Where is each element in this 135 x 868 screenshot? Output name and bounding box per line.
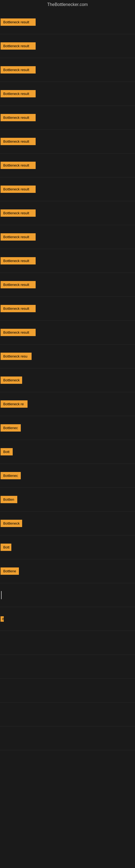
bottleneck-badge: Bottlenec <box>1 424 21 432</box>
bottleneck-badge: Bottleneck result <box>1 114 36 121</box>
bottleneck-badge: Bottleneck <box>1 520 22 527</box>
bottleneck-badge: Bott <box>1 544 11 551</box>
list-item: Bottleneck result <box>0 201 135 225</box>
bottleneck-badge: Bottleneck result <box>1 162 36 169</box>
list-item: Bottleneck re <box>0 392 135 416</box>
bottleneck-badge: Bottleneck result <box>1 209 36 217</box>
bottleneck-badge: Bottleneck result <box>1 257 36 265</box>
bottleneck-badge: Bottleneck result <box>1 90 36 97</box>
list-item: Bottleneck result <box>0 297 135 321</box>
bottleneck-badge: Bottlene <box>1 567 19 575</box>
list-item: Bottleneck resu <box>0 344 135 368</box>
list-item: Bottleneck result <box>0 249 135 273</box>
list-item: Bottleneck <box>0 512 135 535</box>
list-item: Bottleneck result <box>0 82 135 106</box>
list-item: Bottleneck <box>0 368 135 392</box>
list-item: Bott <box>0 440 135 464</box>
bottleneck-badge: Bottleneck re <box>1 400 28 408</box>
list-item: Bottleneck result <box>0 225 135 249</box>
bottleneck-badge: Bottleneck result <box>1 19 36 26</box>
empty-row <box>0 655 135 679</box>
list-item: Bottlenec <box>0 416 135 440</box>
list-item: Bottleneck result <box>0 106 135 130</box>
empty-row <box>0 679 135 703</box>
bottleneck-badge: Bott <box>1 448 13 456</box>
bottleneck-badge: Bottleneck result <box>1 66 36 73</box>
bottleneck-badge: Bottleneck result <box>1 186 36 193</box>
list-item: Bottlene <box>0 559 135 583</box>
empty-row <box>0 726 135 750</box>
site-title: TheBottlenecker.com <box>0 0 135 9</box>
bottleneck-badge: B <box>1 616 4 622</box>
cursor-indicator <box>1 591 2 599</box>
bottleneck-badge: Bottleneck result <box>1 305 36 312</box>
empty-row <box>0 631 135 655</box>
list-item: Bottleneck result <box>0 154 135 177</box>
empty-row <box>0 703 135 726</box>
list-item: Bottlen <box>0 488 135 512</box>
list-item: Bottleneck result <box>0 58 135 82</box>
bottleneck-badge: Bottleneck result <box>1 233 36 241</box>
list-item: Bottleneck result <box>0 130 135 154</box>
bottleneck-badge: Bottlenec <box>1 472 21 479</box>
bottleneck-badge: Bottleneck result <box>1 329 36 336</box>
bottleneck-badge: Bottleneck result <box>1 281 36 288</box>
list-item: Bottleneck result <box>0 321 135 344</box>
bottleneck-badge: Bottlen <box>1 496 17 503</box>
list-item: Bottleneck result <box>0 273 135 297</box>
list-item: Bottleneck result <box>0 10 135 34</box>
list-item: B <box>0 607 135 631</box>
bottleneck-badge: Bottleneck result <box>1 138 36 145</box>
list-item: Bott <box>0 535 135 559</box>
bottleneck-badge: Bottleneck resu <box>1 352 32 360</box>
bottleneck-badge: Bottleneck <box>1 376 22 384</box>
list-item: Bottleneck result <box>0 34 135 58</box>
page-wrapper: TheBottlenecker.com Bottleneck resultBot… <box>0 0 135 751</box>
list-item: Bottlenec <box>0 464 135 488</box>
bottleneck-badge: Bottleneck result <box>1 42 36 50</box>
items-container: Bottleneck resultBottleneck resultBottle… <box>0 9 135 751</box>
list-item <box>0 583 135 607</box>
list-item: Bottleneck result <box>0 177 135 201</box>
